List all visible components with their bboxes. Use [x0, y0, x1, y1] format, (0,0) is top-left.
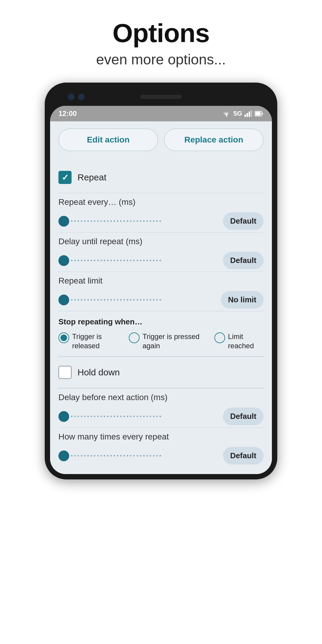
delay-next-section: Delay before next action (ms) Default [58, 388, 264, 428]
delay-next-dots [69, 416, 218, 417]
delay-repeat-thumb [58, 255, 69, 266]
hold-down-checkbox-row: Hold down [58, 363, 264, 382]
page-subtitle: even more options... [96, 51, 226, 68]
status-icons: 5G [222, 110, 264, 117]
svg-point-0 [226, 116, 227, 117]
stop-repeating-options: Trigger is released Trigger is pressed a… [58, 332, 264, 350]
delay-repeat-label: Delay until repeat (ms) [58, 237, 264, 246]
hold-down-checkbox[interactable] [58, 366, 72, 379]
camera-right-icon [78, 94, 85, 100]
radio-inner-released [61, 335, 67, 341]
screen-content: Edit action Replace action ✓ Repeat Repe… [50, 121, 272, 474]
checkmark-icon: ✓ [62, 173, 69, 182]
delay-repeat-dots [69, 260, 218, 261]
how-many-times-track[interactable] [58, 451, 218, 461]
signal-icon [244, 110, 252, 117]
stop-repeating-title: Stop repeating when… [58, 317, 264, 326]
battery-icon [255, 110, 264, 117]
radio-label-limit: Limit reached [228, 332, 264, 350]
repeat-checkbox-row: ✓ Repeat [58, 168, 264, 187]
radio-label-pressed: Trigger is pressed again [143, 332, 207, 350]
delay-next-thumb [58, 411, 69, 422]
svg-rect-4 [251, 110, 252, 117]
delay-repeat-value[interactable]: Default [223, 252, 264, 269]
repeat-limit-dots [69, 299, 216, 301]
repeat-limit-label: Repeat limit [58, 276, 264, 286]
how-many-times-section: How many times every repeat Default [58, 428, 264, 467]
repeat-every-dots [69, 221, 218, 222]
radio-outer-pressed [129, 332, 140, 343]
repeat-limit-section: Repeat limit No limit [58, 272, 264, 311]
replace-action-button[interactable]: Replace action [164, 129, 264, 151]
repeat-every-section: Repeat every… (ms) Default [58, 193, 264, 233]
edit-action-button[interactable]: Edit action [58, 129, 158, 151]
how-many-times-thumb [58, 451, 69, 461]
phone-frame: 12:00 5G [45, 83, 277, 479]
repeat-every-value[interactable]: Default [223, 212, 264, 230]
delay-repeat-track[interactable] [58, 255, 218, 266]
how-many-times-slider-row: Default [58, 447, 264, 465]
svg-rect-7 [262, 113, 263, 114]
status-time: 12:00 [58, 109, 77, 118]
camera-left-icon [68, 94, 75, 100]
svg-rect-1 [244, 114, 246, 117]
repeat-every-thumb [58, 216, 69, 227]
hold-down-label: Hold down [78, 367, 120, 377]
network-type: 5G [233, 110, 242, 117]
delay-next-slider-row: Default [58, 408, 264, 425]
svg-rect-3 [249, 112, 250, 117]
delay-repeat-section: Delay until repeat (ms) Default [58, 233, 264, 272]
wifi-icon [222, 110, 231, 117]
page-title: Options [96, 18, 226, 48]
repeat-label: Repeat [78, 172, 106, 182]
repeat-every-label: Repeat every… (ms) [58, 197, 264, 207]
phone-screen: 12:00 5G [50, 106, 272, 474]
page-header: Options even more options... [96, 0, 226, 77]
svg-rect-2 [247, 113, 248, 117]
radio-limit-reached[interactable]: Limit reached [214, 332, 264, 350]
radio-outer-limit [214, 332, 225, 343]
repeat-limit-value[interactable]: No limit [221, 291, 264, 309]
stop-repeating-section: Stop repeating when… Trigger is released… [58, 311, 264, 357]
radio-trigger-pressed[interactable]: Trigger is pressed again [129, 332, 207, 350]
phone-top-bar [50, 88, 272, 106]
action-buttons: Edit action Replace action [58, 129, 264, 151]
delay-repeat-slider-row: Default [58, 252, 264, 269]
how-many-times-value[interactable]: Default [223, 447, 264, 465]
radio-label-released: Trigger is released [72, 332, 122, 350]
radio-outer-released [58, 332, 69, 343]
how-many-times-label: How many times every repeat [58, 432, 264, 442]
svg-rect-6 [255, 112, 261, 115]
delay-next-track[interactable] [58, 411, 218, 422]
repeat-checkbox[interactable]: ✓ [58, 171, 72, 184]
repeat-every-track[interactable] [58, 216, 218, 227]
repeat-every-slider-row: Default [58, 212, 264, 230]
radio-trigger-released[interactable]: Trigger is released [58, 332, 122, 350]
repeat-limit-track[interactable] [58, 295, 216, 305]
repeat-section: ✓ Repeat [58, 162, 264, 193]
phone-speaker [140, 95, 182, 99]
status-bar: 12:00 5G [50, 106, 272, 121]
repeat-limit-thumb [58, 295, 69, 305]
repeat-limit-slider-row: No limit [58, 291, 264, 309]
how-many-times-dots [69, 455, 218, 456]
hold-down-section: Hold down [58, 357, 264, 388]
delay-next-value[interactable]: Default [223, 408, 264, 425]
delay-next-label: Delay before next action (ms) [58, 393, 264, 402]
